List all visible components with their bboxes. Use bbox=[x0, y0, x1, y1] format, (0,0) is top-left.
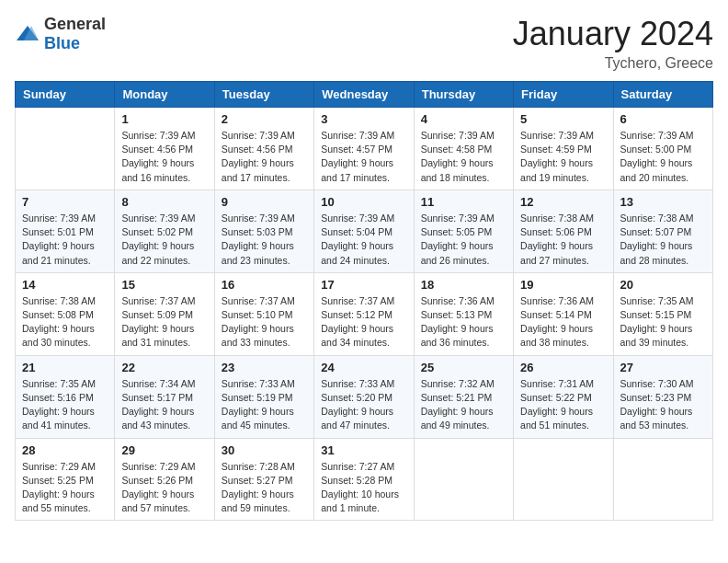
title-block: January 2024 Tychero, Greece bbox=[513, 15, 713, 72]
logo-text: General Blue bbox=[44, 15, 106, 53]
day-number: 11 bbox=[421, 195, 506, 209]
cell-content: Sunrise: 7:39 AMSunset: 5:01 PMDaylight:… bbox=[22, 212, 108, 268]
calendar-week-5: 28Sunrise: 7:29 AMSunset: 5:25 PMDayligh… bbox=[16, 438, 713, 521]
calendar-header-sunday: Sunday bbox=[16, 82, 115, 108]
page-header: General Blue January 2024 Tychero, Greec… bbox=[15, 15, 713, 72]
calendar-header-saturday: Saturday bbox=[613, 82, 712, 108]
day-number: 13 bbox=[620, 195, 706, 209]
cell-content: Sunrise: 7:37 AMSunset: 5:12 PMDaylight:… bbox=[321, 294, 406, 350]
calendar-cell: 13Sunrise: 7:38 AMSunset: 5:07 PMDayligh… bbox=[613, 190, 712, 272]
day-number: 25 bbox=[421, 361, 506, 374]
calendar-cell bbox=[514, 438, 613, 521]
day-number: 29 bbox=[121, 443, 207, 457]
calendar-cell: 4Sunrise: 7:39 AMSunset: 4:58 PMDaylight… bbox=[414, 108, 513, 190]
cell-content: Sunrise: 7:39 AMSunset: 4:57 PMDaylight:… bbox=[321, 129, 406, 185]
logo: General Blue bbox=[15, 15, 106, 53]
cell-content: Sunrise: 7:39 AMSunset: 5:02 PMDaylight:… bbox=[121, 212, 207, 268]
calendar-cell: 29Sunrise: 7:29 AMSunset: 5:26 PMDayligh… bbox=[115, 438, 214, 521]
cell-content: Sunrise: 7:39 AMSunset: 4:56 PMDaylight:… bbox=[121, 129, 207, 185]
day-number: 3 bbox=[321, 112, 406, 126]
day-number: 4 bbox=[421, 112, 506, 126]
cell-content: Sunrise: 7:38 AMSunset: 5:06 PMDaylight:… bbox=[520, 212, 606, 268]
calendar-week-2: 7Sunrise: 7:39 AMSunset: 5:01 PMDaylight… bbox=[16, 190, 713, 272]
cell-content: Sunrise: 7:27 AMSunset: 5:28 PMDaylight:… bbox=[321, 460, 406, 516]
calendar-header-monday: Monday bbox=[115, 82, 214, 108]
day-number: 6 bbox=[620, 112, 706, 126]
calendar-cell bbox=[16, 108, 115, 190]
calendar-header-friday: Friday bbox=[514, 82, 613, 108]
calendar-cell: 14Sunrise: 7:38 AMSunset: 5:08 PMDayligh… bbox=[16, 272, 115, 355]
cell-content: Sunrise: 7:29 AMSunset: 5:26 PMDaylight:… bbox=[121, 460, 207, 516]
calendar-cell: 23Sunrise: 7:33 AMSunset: 5:19 PMDayligh… bbox=[214, 355, 313, 438]
logo-icon bbox=[15, 24, 40, 44]
day-number: 30 bbox=[222, 443, 307, 457]
day-number: 2 bbox=[222, 112, 307, 126]
day-number: 27 bbox=[620, 361, 706, 374]
day-number: 24 bbox=[321, 361, 406, 374]
calendar-cell: 27Sunrise: 7:30 AMSunset: 5:23 PMDayligh… bbox=[613, 355, 712, 438]
calendar-week-3: 14Sunrise: 7:38 AMSunset: 5:08 PMDayligh… bbox=[16, 272, 713, 355]
cell-content: Sunrise: 7:37 AMSunset: 5:09 PMDaylight:… bbox=[121, 294, 207, 350]
calendar-header-tuesday: Tuesday bbox=[214, 82, 313, 108]
calendar-cell: 9Sunrise: 7:39 AMSunset: 5:03 PMDaylight… bbox=[214, 190, 313, 272]
calendar-cell: 6Sunrise: 7:39 AMSunset: 5:00 PMDaylight… bbox=[613, 108, 712, 190]
day-number: 17 bbox=[321, 278, 406, 292]
calendar-table: SundayMondayTuesdayWednesdayThursdayFrid… bbox=[15, 81, 713, 521]
calendar-cell: 18Sunrise: 7:36 AMSunset: 5:13 PMDayligh… bbox=[414, 272, 513, 355]
logo-blue: Blue bbox=[44, 34, 80, 52]
calendar-cell: 12Sunrise: 7:38 AMSunset: 5:06 PMDayligh… bbox=[514, 190, 613, 272]
day-number: 31 bbox=[321, 443, 406, 457]
calendar-header-wednesday: Wednesday bbox=[314, 82, 414, 108]
day-number: 21 bbox=[22, 361, 108, 374]
day-number: 18 bbox=[421, 278, 506, 292]
day-number: 8 bbox=[121, 195, 207, 209]
cell-content: Sunrise: 7:39 AMSunset: 4:59 PMDaylight:… bbox=[520, 129, 606, 185]
cell-content: Sunrise: 7:28 AMSunset: 5:27 PMDaylight:… bbox=[222, 460, 307, 516]
cell-content: Sunrise: 7:36 AMSunset: 5:14 PMDaylight:… bbox=[520, 294, 606, 350]
day-number: 22 bbox=[121, 361, 207, 374]
cell-content: Sunrise: 7:37 AMSunset: 5:10 PMDaylight:… bbox=[222, 294, 307, 350]
cell-content: Sunrise: 7:36 AMSunset: 5:13 PMDaylight:… bbox=[421, 294, 506, 350]
calendar-cell: 2Sunrise: 7:39 AMSunset: 4:56 PMDaylight… bbox=[214, 108, 313, 190]
cell-content: Sunrise: 7:33 AMSunset: 5:19 PMDaylight:… bbox=[222, 377, 307, 433]
calendar-cell: 25Sunrise: 7:32 AMSunset: 5:21 PMDayligh… bbox=[414, 355, 513, 438]
calendar-cell: 17Sunrise: 7:37 AMSunset: 5:12 PMDayligh… bbox=[314, 272, 414, 355]
cell-content: Sunrise: 7:33 AMSunset: 5:20 PMDaylight:… bbox=[321, 377, 406, 433]
calendar-cell: 30Sunrise: 7:28 AMSunset: 5:27 PMDayligh… bbox=[214, 438, 313, 521]
day-number: 14 bbox=[22, 278, 108, 292]
day-number: 5 bbox=[520, 112, 606, 126]
cell-content: Sunrise: 7:30 AMSunset: 5:23 PMDaylight:… bbox=[620, 377, 706, 433]
calendar-cell: 3Sunrise: 7:39 AMSunset: 4:57 PMDaylight… bbox=[314, 108, 414, 190]
cell-content: Sunrise: 7:32 AMSunset: 5:21 PMDaylight:… bbox=[421, 377, 506, 433]
day-number: 19 bbox=[520, 278, 606, 292]
cell-content: Sunrise: 7:39 AMSunset: 5:05 PMDaylight:… bbox=[421, 212, 506, 268]
day-number: 26 bbox=[520, 361, 606, 374]
day-number: 23 bbox=[222, 361, 307, 374]
calendar-cell: 5Sunrise: 7:39 AMSunset: 4:59 PMDaylight… bbox=[514, 108, 613, 190]
location: Tychero, Greece bbox=[513, 55, 713, 72]
calendar-cell bbox=[414, 438, 513, 521]
day-number: 28 bbox=[22, 443, 108, 457]
calendar-header-row: SundayMondayTuesdayWednesdayThursdayFrid… bbox=[16, 82, 713, 108]
cell-content: Sunrise: 7:38 AMSunset: 5:08 PMDaylight:… bbox=[22, 294, 108, 350]
day-number: 12 bbox=[520, 195, 606, 209]
calendar-week-4: 21Sunrise: 7:35 AMSunset: 5:16 PMDayligh… bbox=[16, 355, 713, 438]
cell-content: Sunrise: 7:39 AMSunset: 4:58 PMDaylight:… bbox=[421, 129, 506, 185]
cell-content: Sunrise: 7:39 AMSunset: 5:00 PMDaylight:… bbox=[620, 129, 706, 185]
calendar-cell bbox=[613, 438, 712, 521]
calendar-cell: 16Sunrise: 7:37 AMSunset: 5:10 PMDayligh… bbox=[214, 272, 313, 355]
calendar-cell: 8Sunrise: 7:39 AMSunset: 5:02 PMDaylight… bbox=[115, 190, 214, 272]
month-title: January 2024 bbox=[513, 15, 713, 53]
calendar-cell: 22Sunrise: 7:34 AMSunset: 5:17 PMDayligh… bbox=[115, 355, 214, 438]
day-number: 20 bbox=[620, 278, 706, 292]
cell-content: Sunrise: 7:39 AMSunset: 4:56 PMDaylight:… bbox=[222, 129, 307, 185]
calendar-cell: 21Sunrise: 7:35 AMSunset: 5:16 PMDayligh… bbox=[16, 355, 115, 438]
cell-content: Sunrise: 7:29 AMSunset: 5:25 PMDaylight:… bbox=[22, 460, 108, 516]
cell-content: Sunrise: 7:35 AMSunset: 5:15 PMDaylight:… bbox=[620, 294, 706, 350]
cell-content: Sunrise: 7:39 AMSunset: 5:03 PMDaylight:… bbox=[222, 212, 307, 268]
calendar-cell: 28Sunrise: 7:29 AMSunset: 5:25 PMDayligh… bbox=[16, 438, 115, 521]
calendar-cell: 15Sunrise: 7:37 AMSunset: 5:09 PMDayligh… bbox=[115, 272, 214, 355]
calendar-cell: 31Sunrise: 7:27 AMSunset: 5:28 PMDayligh… bbox=[314, 438, 414, 521]
calendar-week-1: 1Sunrise: 7:39 AMSunset: 4:56 PMDaylight… bbox=[16, 108, 713, 190]
day-number: 10 bbox=[321, 195, 406, 209]
